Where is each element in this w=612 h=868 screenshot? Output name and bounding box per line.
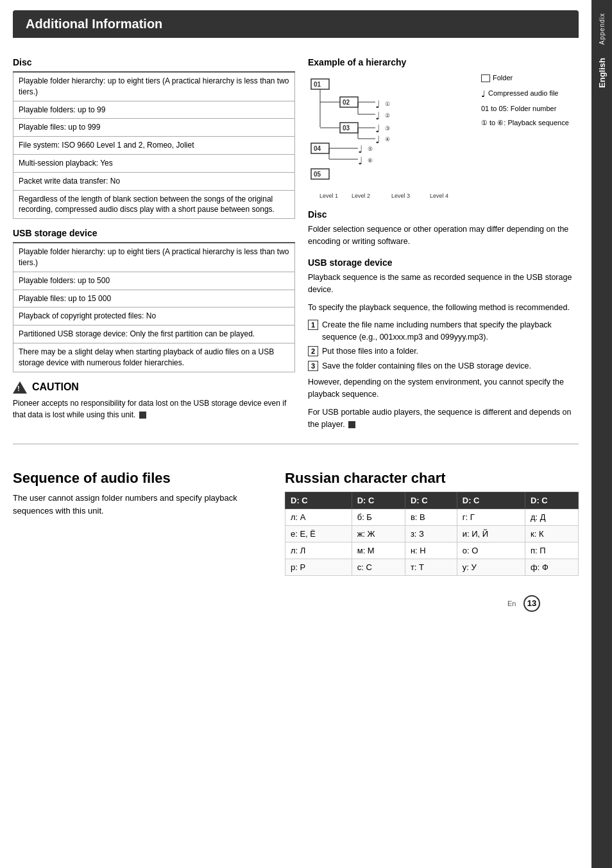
legend-folder-num: 01 to 05: Folder number [481,103,569,115]
sequence-section: Sequence of audio files The user cannot … [13,457,269,576]
left-column: Disc Playable folder hierarchy: up to ei… [13,48,295,436]
divider [13,444,579,444]
list-item: 2Put those files into a folder. [308,345,579,358]
bottom-two-col: Sequence of audio files The user cannot … [13,457,579,576]
svg-text:②: ② [385,112,390,119]
russian-table: D: CD: CD: CD: CD: C л: Aб: Бв: Вг: Гд: … [285,492,579,576]
right-usb-text3: However, depending on the system environ… [308,376,579,401]
stop-icon-2 [348,421,355,428]
russian-col-header: D: C [457,492,525,509]
svg-text:Level 4: Level 4 [430,193,448,199]
table-row: Playable files: up to 999 [13,119,295,137]
english-label: English [597,58,607,88]
svg-text:♩: ♩ [375,99,380,110]
svg-text:♩: ♩ [375,134,380,145]
svg-text:Level 2: Level 2 [352,193,370,199]
main-content: Additional Information Disc Playable fol… [0,0,591,868]
table-row: File system: ISO 9660 Level 1 and 2, Rom… [13,137,295,155]
table-row: Playable folder hierarchy: up to eight t… [13,243,295,272]
page-title: Additional Information [26,17,162,31]
list-item: 3Save the folder containing files on the… [308,360,579,372]
legend-playback: ① to ⑥: Playback sequence [481,117,569,129]
russian-col-header: D: C [352,492,405,509]
right-usb-text1: Playback sequence is the same as recorde… [308,272,579,297]
right-disc-text: Folder selection sequence or other opera… [308,223,579,248]
page-footer: En 13 [13,595,579,612]
appendix-label: Appendix [599,13,606,45]
svg-text:♩: ♩ [358,144,363,155]
right-usb-title: USB storage device [308,257,579,268]
table-row: Playback of copyright protected files: N… [13,308,295,326]
caution-text: Pioneer accepts no responsibility for da… [13,397,295,421]
hierarchy-title: Example of a hierarchy [308,57,579,67]
table-row: There may be a slight delay when startin… [13,343,295,372]
top-two-col: Disc Playable folder hierarchy: up to ei… [13,48,579,436]
page-number-box: 13 [523,595,540,612]
hierarchy-svg-wrap: Level 1 Level 2 Level 3 Level 4 01 [308,73,475,203]
svg-text:④: ④ [385,136,390,143]
table-row: л: Aб: Бв: Вг: Гд: Д [285,509,579,526]
right-disc-title: Disc [308,209,579,220]
table-row: л: Лм: Мн: Но: Оп: П [285,542,579,559]
svg-text:Level 1: Level 1 [319,193,338,199]
svg-text:Level 3: Level 3 [391,193,410,199]
right-sidebar: Appendix English [591,0,612,868]
step-number: 2 [308,346,318,356]
disc-section-title: Disc [13,57,295,67]
hierarchy-container: Level 1 Level 2 Level 3 Level 4 01 [308,73,579,203]
right-usb-text4: For USB portable audio players, the sequ… [308,406,579,431]
russian-section: Russian character chart D: CD: CD: CD: C… [285,457,579,576]
russian-col-header: D: C [405,492,457,509]
table-row: Playable folder hierarchy: up to eight t… [13,72,295,101]
table-row: Playable files: up to 15 000 [13,290,295,308]
hierarchy-diagram: Level 1 Level 2 Level 3 Level 4 01 [308,73,475,201]
svg-text:01: 01 [314,81,321,88]
table-row: Packet write data transfer: No [13,172,295,190]
svg-text:04: 04 [314,145,321,152]
sequence-title: Sequence of audio files [13,470,269,487]
step-number: 1 [308,320,318,330]
svg-text:①: ① [385,101,390,107]
usb-table: Playable folder hierarchy: up to eight t… [13,242,295,372]
table-row: Regardless of the length of blank sectio… [13,190,295,219]
svg-text:05: 05 [314,171,321,178]
page-wrapper: Additional Information Disc Playable fol… [0,0,612,868]
svg-text:⑥: ⑥ [368,157,373,164]
svg-text:♩: ♩ [375,110,380,121]
svg-text:02: 02 [343,99,350,106]
caution-triangle-icon: ! [13,381,27,394]
caution-box: ! CAUTION Pioneer accepts no responsibil… [13,381,295,426]
disc-table: Playable folder hierarchy: up to eight t… [13,71,295,219]
caution-title: ! CAUTION [13,381,295,394]
usb-steps-list: 1Create the file name including numbers … [308,319,579,372]
legend-folder: Folder [481,73,569,84]
music-note-icon: ♩ [481,87,486,101]
table-row: Playable folders: up to 99 [13,101,295,119]
right-column: Example of a hierarchy Level 1 Level 2 L… [308,48,579,436]
en-label: En [507,600,516,607]
sequence-text: The user cannot assign folder numbers an… [13,492,269,517]
table-row: Playable folders: up to 500 [13,272,295,290]
svg-text:③: ③ [385,125,390,132]
page-header: Additional Information [13,10,579,38]
folder-icon [481,74,490,82]
svg-text:⑤: ⑤ [368,146,373,152]
russian-col-header: D: C [525,492,579,509]
step-number: 3 [308,361,318,371]
table-row: е: Е, Ёж: Жз: Зи: И, Йк: К [285,526,579,542]
table-row: Multi-session playback: Yes [13,154,295,172]
table-row: Partitioned USB storage device: Only the… [13,326,295,343]
hierarchy-legend: Folder ♩ Compressed audio file 01 to 05:… [481,73,569,128]
svg-text:♩: ♩ [375,123,380,134]
usb-section-title: USB storage device [13,228,295,238]
right-usb-text2: To specify the playback sequence, the fo… [308,302,579,314]
svg-text:♩: ♩ [358,155,363,166]
list-item: 1Create the file name including numbers … [308,319,579,343]
svg-text:03: 03 [343,125,350,132]
russian-col-header: D: C [285,492,352,509]
stop-icon [139,412,146,419]
table-row: р: Рс: Ст: Ту: Уф: Ф [285,559,579,576]
legend-audio: ♩ Compressed audio file [481,87,569,101]
russian-title: Russian character chart [285,470,579,487]
